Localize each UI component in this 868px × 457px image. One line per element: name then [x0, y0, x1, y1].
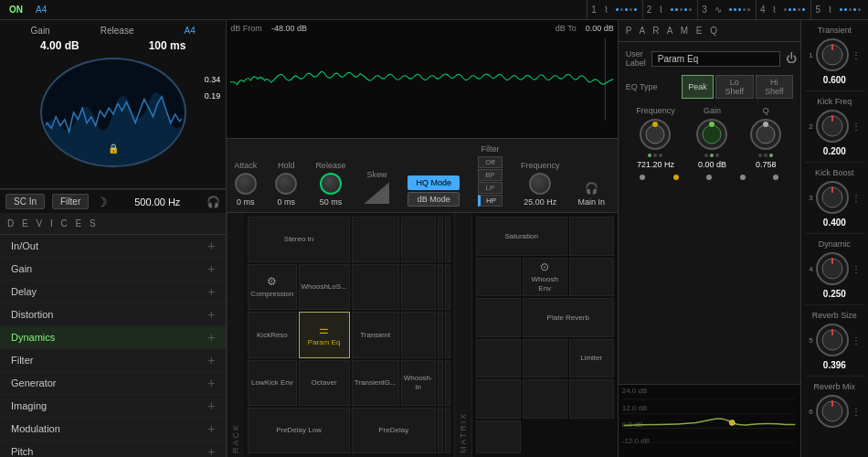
bottom-dot-1[interactable] — [640, 175, 645, 180]
release-knob[interactable] — [320, 173, 342, 195]
rack-cell-predelay[interactable]: PreDelay — [352, 408, 436, 453]
rack-cell-stereo-in[interactable]: Stereo In — [248, 217, 349, 262]
rack-cell-transientg[interactable]: TransientG... — [352, 360, 399, 406]
marker-1: 0.34 — [205, 75, 221, 84]
hq-mode-button[interactable]: HQ Mode — [408, 175, 460, 190]
filter-button[interactable]: Filter — [52, 194, 89, 209]
transient-knob[interactable] — [815, 37, 850, 72]
eq-type-peak[interactable]: Peak — [682, 75, 714, 99]
kick-freq-knob[interactable] — [815, 109, 850, 143]
num-1: 1 — [591, 5, 597, 15]
db-from-label: dB From -48.00 dB — [230, 24, 307, 33]
rack-cell-empty-r1-5 — [438, 217, 443, 262]
bottom-dot-4[interactable] — [740, 175, 746, 180]
mode-group: HQ Mode dB Mode — [408, 175, 460, 207]
skew-label: Skew — [366, 170, 386, 179]
device-item-gain[interactable]: Gain + — [0, 258, 226, 281]
hold-knob[interactable] — [275, 173, 297, 195]
q-knob-svg[interactable] — [749, 118, 782, 151]
power-icon[interactable]: ⏻ — [786, 52, 797, 65]
main-in-label: Main In — [578, 197, 606, 207]
rack-cell-predelay-low[interactable]: PreDelay Low — [248, 408, 349, 453]
rack-cell-empty-r3-4 — [401, 312, 436, 357]
frequency-knob-svg[interactable] — [639, 118, 672, 151]
knob-dots-3: ⋮ — [852, 193, 861, 203]
release-value: 50 ms — [320, 197, 343, 207]
device-plus-dynamics[interactable]: + — [207, 330, 215, 345]
bottom-dot-3[interactable] — [706, 175, 712, 180]
db-mode-button[interactable]: dB Mode — [408, 192, 460, 207]
gain-knob-svg[interactable] — [695, 118, 728, 151]
device-item-filter[interactable]: Filter + — [0, 349, 226, 372]
dynamic-value: 0.250 — [823, 289, 846, 299]
on-button[interactable]: ON — [4, 5, 28, 15]
device-item-imaging[interactable]: Imaging + — [0, 395, 226, 418]
frequency-knob[interactable] — [529, 173, 551, 195]
svg-point-10 — [757, 125, 775, 143]
matrix-empty-5 — [476, 339, 521, 378]
device-plus-gain[interactable]: + — [207, 261, 215, 276]
sc-in-button[interactable]: SC In — [5, 194, 45, 209]
knob-row-4: 4 ⋮ — [809, 251, 860, 286]
eq-type-hi-shelf[interactable]: Hi Shelf — [756, 75, 793, 99]
hold-group: Hold 0 ms — [275, 161, 297, 207]
param-eq-header: P A R A M E Q — [619, 20, 800, 42]
filter-off[interactable]: Off — [478, 156, 503, 168]
kick-boost-label: Kick Boost — [815, 168, 854, 177]
filter-lp[interactable]: LP — [478, 182, 503, 194]
eq-type-lo-shelf[interactable]: Lo Shelf — [715, 75, 754, 99]
knob-row-5: 5 ⋮ — [809, 323, 860, 357]
device-item-modulation[interactable]: Modulation + — [0, 418, 226, 441]
device-item-inout[interactable]: In/Out + — [0, 235, 226, 258]
attack-knob[interactable] — [235, 173, 257, 195]
device-plus-pitch[interactable]: + — [207, 444, 215, 457]
kick-boost-knob[interactable] — [815, 180, 850, 215]
rack-cell-param-eq[interactable]: ⚌ Param Eq — [299, 312, 350, 357]
filter-options: Off BP LP HP — [478, 156, 503, 207]
matrix-limiter[interactable]: Limiter — [569, 339, 614, 378]
device-item-pitch[interactable]: Pitch + — [0, 441, 226, 457]
device-plus-modulation[interactable]: + — [207, 421, 215, 436]
a4-label: A4 — [30, 5, 585, 15]
matrix-label: MATRIX — [454, 213, 471, 457]
device-plus-generator[interactable]: + — [207, 376, 215, 390]
eq-type-label: EQ Type — [626, 82, 677, 91]
device-plus-inout[interactable]: + — [207, 239, 215, 253]
user-label-input[interactable] — [651, 51, 780, 67]
rack-cell-lowkick-env[interactable]: LowKick Env — [248, 360, 296, 406]
device-item-dynamics[interactable]: Dynamics + — [0, 326, 226, 349]
section-4: 4 ⌇ — [756, 0, 810, 19]
release-group: Release 50 ms — [315, 161, 345, 207]
matrix-plate-reverb[interactable]: Plate Reverb — [523, 298, 614, 337]
device-plus-filter[interactable]: + — [207, 353, 215, 367]
matrix-whoosh-env[interactable]: ⊙ Whoosh Env — [523, 258, 567, 297]
device-item-distortion[interactable]: Distortion + — [0, 303, 226, 326]
reverb-size-knob[interactable] — [815, 323, 850, 357]
filter-bp[interactable]: BP — [478, 169, 503, 181]
q-knob-value: 0.758 — [756, 160, 777, 169]
bottom-dot-2[interactable] — [673, 175, 679, 180]
device-plus-distortion[interactable]: + — [207, 307, 215, 322]
waveform-icon-3: ∿ — [715, 5, 722, 15]
matrix-saturation[interactable]: Saturation — [476, 217, 567, 256]
rack-cell-whoosh-in[interactable]: Whoosh-In — [401, 360, 436, 406]
device-item-generator[interactable]: Generator + — [0, 372, 226, 395]
filter-hp[interactable]: HP — [478, 195, 503, 207]
matrix-empty-10 — [476, 420, 521, 453]
device-plus-delay[interactable]: + — [207, 284, 215, 299]
rack-cell-compression[interactable]: ⚙ Compression — [248, 264, 296, 310]
dynamic-knob[interactable] — [815, 251, 850, 286]
reverb-mix-knob[interactable] — [815, 394, 850, 429]
rack-cell-transient[interactable]: Transient — [352, 312, 399, 357]
device-plus-imaging[interactable]: + — [207, 399, 215, 413]
rack-cell-octaver[interactable]: Octaver — [299, 360, 350, 406]
rack-cell-empty-r1-4 — [401, 217, 436, 262]
rack-cell-empty-r2-3 — [352, 264, 399, 310]
rack-cell-whooshlos[interactable]: WhooshLoS... — [299, 264, 350, 310]
q-knob-group: Q 0.758 — [749, 106, 782, 169]
skew-shape[interactable] — [364, 182, 389, 204]
dots-5 — [840, 8, 861, 11]
device-item-delay[interactable]: Delay + — [0, 281, 226, 303]
bottom-dot-5[interactable] — [773, 175, 778, 180]
rack-cell-kickreso[interactable]: KickReso — [248, 312, 296, 357]
